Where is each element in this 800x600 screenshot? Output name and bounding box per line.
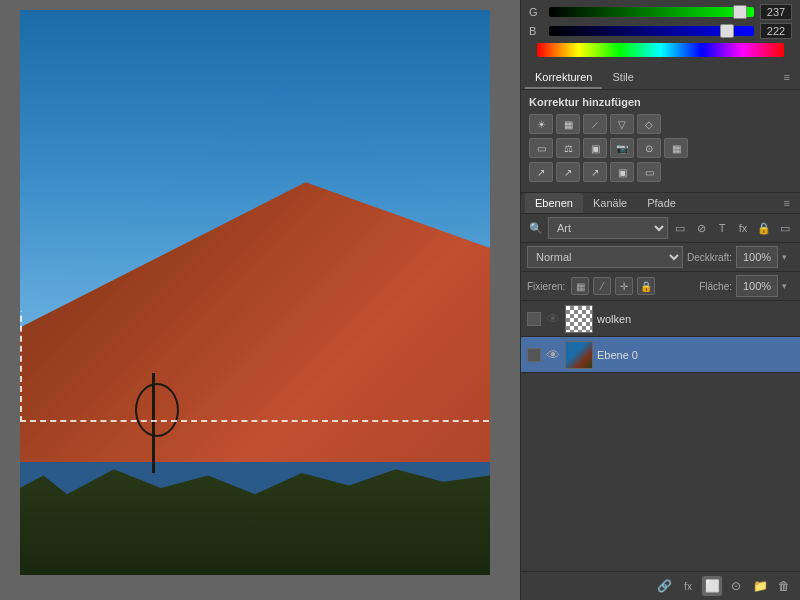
- flaeche-label: Fläche:: [699, 281, 732, 292]
- korrekturen-content: Korrektur hinzufügen ☀ ▦ ⟋ ▽ ◇ ▭ ⚖ ▣ 📷 ⊙…: [521, 90, 800, 193]
- ground-layer: [20, 451, 490, 575]
- link-icon[interactable]: 🔗: [654, 576, 674, 596]
- korrekturen-tabs: Korrekturen Stile ≡: [521, 67, 800, 90]
- korr-icon-photo[interactable]: 📷: [610, 138, 634, 158]
- korr-icon-hsl[interactable]: ▭: [529, 138, 553, 158]
- tab-korrekturen[interactable]: Korrekturen: [525, 67, 602, 89]
- fix-icon-lock[interactable]: 🔒: [637, 277, 655, 295]
- tool-icon-t[interactable]: T: [713, 219, 731, 237]
- flaeche-arrow[interactable]: ▾: [782, 281, 794, 291]
- korr-icon-posterize[interactable]: ↗: [583, 162, 607, 182]
- flaeche-input[interactable]: [736, 275, 778, 297]
- tool-icon-extra[interactable]: ▭: [776, 219, 794, 237]
- ebenen-toolbar: 🔍 Art ▭ ⊘ T fx 🔒 ▭: [521, 214, 800, 243]
- deckkraft-arrow[interactable]: ▾: [782, 252, 794, 262]
- new-layer-icon[interactable]: ⬜: [702, 576, 722, 596]
- tool-icon-fx[interactable]: fx: [734, 219, 752, 237]
- layer-item-wolken[interactable]: 👁 wolken: [521, 301, 800, 337]
- ebenen-tab-spacer: [686, 193, 778, 213]
- b-thumb[interactable]: [720, 24, 734, 38]
- korr-icon-vibrance[interactable]: ◇: [637, 114, 661, 134]
- panel-menu-btn[interactable]: ≡: [778, 67, 796, 89]
- korrektur-title: Korrektur hinzufügen: [529, 96, 792, 108]
- korr-icon-invert[interactable]: ▣: [610, 162, 634, 182]
- tab-kanaele[interactable]: Kanäle: [583, 193, 637, 213]
- korr-icons-row3: ↗ ↗ ↗ ▣ ▭: [529, 162, 792, 182]
- wolken-checkbox[interactable]: [527, 312, 541, 326]
- g-color-row: G: [529, 4, 792, 20]
- blend-mode-select[interactable]: Normal: [527, 246, 683, 268]
- tab-spacer: [644, 67, 778, 89]
- b-slider[interactable]: [549, 26, 754, 36]
- art-select[interactable]: Art: [548, 217, 668, 239]
- korr-icon-solid[interactable]: ▭: [637, 162, 661, 182]
- korr-icon-gradient[interactable]: ▦: [664, 138, 688, 158]
- fx-icon[interactable]: fx: [678, 576, 698, 596]
- b-label: B: [529, 25, 543, 37]
- tool-icon-2[interactable]: ⊘: [692, 219, 710, 237]
- wolken-name: wolken: [597, 313, 794, 325]
- group-icon[interactable]: 📁: [750, 576, 770, 596]
- adjustment-icon[interactable]: ⊙: [726, 576, 746, 596]
- tab-ebenen[interactable]: Ebenen: [525, 193, 583, 213]
- fix-icon-gradient[interactable]: ∕: [593, 277, 611, 295]
- korr-icon-curves[interactable]: ⟋: [583, 114, 607, 134]
- delete-icon[interactable]: 🗑: [774, 576, 794, 596]
- korr-icon-mixer[interactable]: ⊙: [637, 138, 661, 158]
- ebenen-tabs: Ebenen Kanäle Pfade ≡: [521, 193, 800, 214]
- fixieren-row: Fixieren: ▦ ∕ ✛ 🔒 Fläche: ▾: [521, 272, 800, 301]
- g-thumb[interactable]: [733, 5, 747, 19]
- korr-icon-levels[interactable]: ▦: [556, 114, 580, 134]
- korr-icons-row1: ☀ ▦ ⟋ ▽ ◇: [529, 114, 792, 134]
- ebenen-section: Ebenen Kanäle Pfade ≡ 🔍 Art ▭ ⊘ T fx 🔒 ▭…: [521, 193, 800, 600]
- fix-icon-move[interactable]: ✛: [615, 277, 633, 295]
- g-value-input[interactable]: [760, 4, 792, 20]
- layer-item-ebene0[interactable]: 👁 Ebene 0: [521, 337, 800, 373]
- g-slider[interactable]: [549, 7, 754, 17]
- ebenen-menu-btn[interactable]: ≡: [778, 193, 796, 213]
- wolken-thumbnail: [565, 305, 593, 333]
- b-color-row: B: [529, 23, 792, 39]
- korr-icons-row2: ▭ ⚖ ▣ 📷 ⊙ ▦: [529, 138, 792, 158]
- search-icon: 🔍: [527, 219, 545, 237]
- g-label: G: [529, 6, 543, 18]
- bottom-toolbar: 🔗 fx ⬜ ⊙ 📁 🗑: [521, 571, 800, 600]
- tab-stile[interactable]: Stile: [602, 67, 643, 89]
- spectrum-bar[interactable]: [537, 43, 784, 57]
- tool-icon-1[interactable]: ▭: [671, 219, 689, 237]
- korr-icon-brightness[interactable]: ☀: [529, 114, 553, 134]
- canvas-image: [20, 10, 490, 575]
- ebene0-checkbox[interactable]: [527, 348, 541, 362]
- blend-row: Normal Deckkraft: ▾: [521, 243, 800, 272]
- wolken-visibility[interactable]: 👁: [545, 311, 561, 327]
- tab-pfade[interactable]: Pfade: [637, 193, 686, 213]
- korr-icon-bw[interactable]: ▣: [583, 138, 607, 158]
- korr-icon-selective[interactable]: ↗: [529, 162, 553, 182]
- ebene0-visibility[interactable]: 👁: [545, 347, 561, 363]
- korr-icon-balance[interactable]: ⚖: [556, 138, 580, 158]
- deckkraft-input[interactable]: [736, 246, 778, 268]
- color-section: G B: [521, 0, 800, 67]
- right-panel: G B Korrekturen Stile ≡ Korrektur hinzuf…: [520, 0, 800, 600]
- tool-icon-smart[interactable]: 🔒: [755, 219, 773, 237]
- layers-list: 👁 wolken 👁 Ebene 0: [521, 301, 800, 571]
- korr-icon-exposure[interactable]: ▽: [610, 114, 634, 134]
- deckkraft-label: Deckkraft:: [687, 252, 732, 263]
- korr-icon-threshold[interactable]: ↗: [556, 162, 580, 182]
- fixieren-label: Fixieren:: [527, 281, 565, 292]
- ebene0-thumbnail: [565, 341, 593, 369]
- canvas-area: [0, 0, 520, 600]
- b-value-input[interactable]: [760, 23, 792, 39]
- ebene0-name: Ebene 0: [597, 349, 794, 361]
- fix-icon-pixels[interactable]: ▦: [571, 277, 589, 295]
